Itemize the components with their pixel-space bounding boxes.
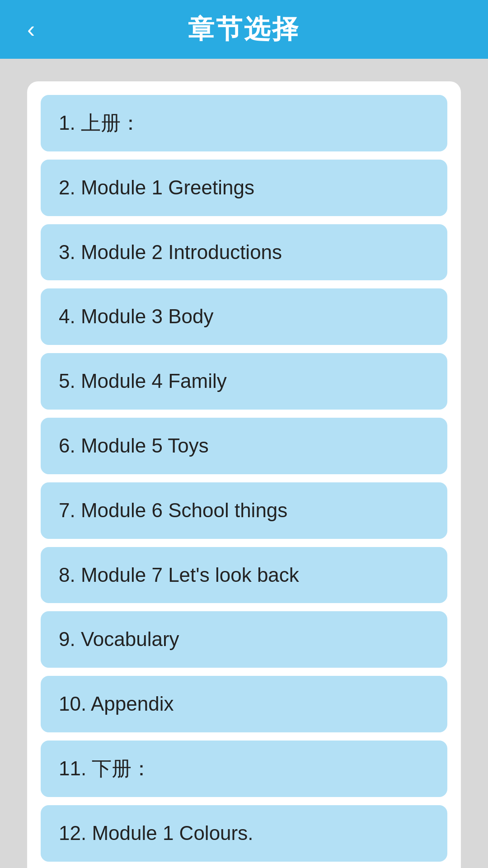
content-wrapper: 1. 上册：2. Module 1 Greetings3. Module 2 I… <box>0 59 488 868</box>
list-item[interactable]: 4. Module 3 Body <box>41 288 447 345</box>
list-item-label: 3. Module 2 Introductions <box>59 241 282 263</box>
page-title: 章节选择 <box>188 12 300 47</box>
list-item[interactable]: 3. Module 2 Introductions <box>41 224 447 281</box>
list-item[interactable]: 10. Appendix <box>41 676 447 732</box>
header: ‹ 章节选择 <box>0 0 488 59</box>
list-item-label: 7. Module 6 School things <box>59 499 287 521</box>
list-item[interactable]: 2. Module 1 Greetings <box>41 160 447 216</box>
list-item-label: 9. Vocabulary <box>59 628 179 650</box>
card-container: 1. 上册：2. Module 1 Greetings3. Module 2 I… <box>27 81 461 868</box>
list-item[interactable]: 7. Module 6 School things <box>41 482 447 539</box>
back-button[interactable]: ‹ <box>27 18 35 41</box>
list-item[interactable]: 12. Module 1 Colours. <box>41 805 447 862</box>
list-item-label: 1. 上册： <box>59 112 141 134</box>
list-item-label: 4. Module 3 Body <box>59 305 213 327</box>
list-item-label: 12. Module 1 Colours. <box>59 822 253 844</box>
list-item[interactable]: 11. 下册： <box>41 741 447 797</box>
list-item[interactable]: 5. Module 4 Family <box>41 353 447 410</box>
list-item[interactable]: 9. Vocabulary <box>41 611 447 668</box>
list-item[interactable]: 1. 上册： <box>41 95 447 151</box>
list-item-label: 2. Module 1 Greetings <box>59 176 254 198</box>
list-item-label: 6. Module 5 Toys <box>59 434 209 457</box>
list-item[interactable]: 6. Module 5 Toys <box>41 418 447 474</box>
list-item-label: 5. Module 4 Family <box>59 370 227 392</box>
list-item-label: 11. 下册： <box>59 757 151 779</box>
list-item-label: 8. Module 7 Let's look back <box>59 564 299 586</box>
list-item-label: 10. Appendix <box>59 693 174 715</box>
list-item[interactable]: 8. Module 7 Let's look back <box>41 547 447 604</box>
